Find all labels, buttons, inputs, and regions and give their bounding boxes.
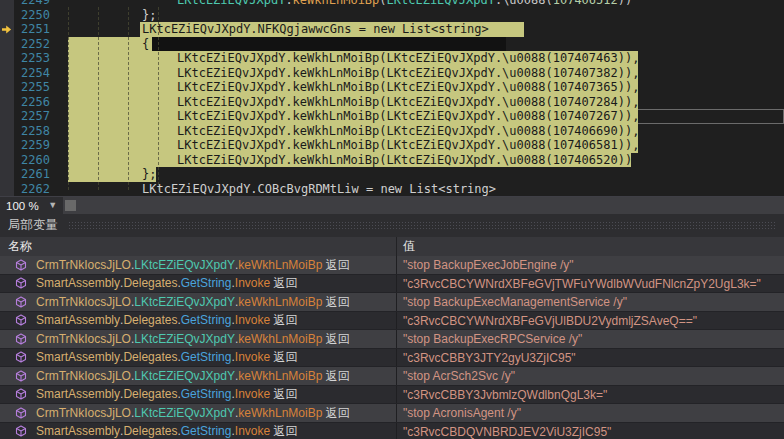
table-row[interactable]: CrmTrNkIocsJjLO.LKtcEZiEQvJXpdY.keWkhLnM…: [0, 367, 784, 386]
value-cell[interactable]: "c3RvcCBDQVNBRDJEV2ViU3ZjIC95": [397, 423, 784, 439]
name-cell[interactable]: SmartAssembly.Delegates.GetString.Invoke…: [0, 349, 397, 367]
code-line-content[interactable]: LKtcEZiEQvJXpdY.keWkhLnMoiBp(LKtcEZiEQvJ…: [62, 153, 784, 168]
breakpoint-margin[interactable]: [0, 109, 14, 124]
breakpoint-margin[interactable]: [0, 37, 14, 52]
code-line-content[interactable]: LKtcEZiEQvJXpdY.keWkhLnMoiBp(LKtcEZiEQvJ…: [62, 51, 784, 66]
table-row[interactable]: SmartAssembly.Delegates.GetString.Invoke…: [0, 386, 784, 405]
titlebar-grip[interactable]: [68, 221, 776, 230]
editor-line[interactable]: 2251LKtcEZiEQvJXpdY.NFKQgjawwcGns = new …: [0, 22, 784, 37]
table-row[interactable]: SmartAssembly.Delegates.GetString.Invoke…: [0, 312, 784, 331]
code-line-content[interactable]: };: [62, 8, 784, 23]
editor-line[interactable]: 2256LKtcEZiEQvJXpdY.keWkhLnMoiBp(LKtcEZi…: [0, 95, 784, 110]
code-editor[interactable]: 2249LKtcEZiEQvJXpdY.keWkhLnMoiBp(LKtcEZi…: [0, 0, 784, 196]
editor-line[interactable]: 2250};: [0, 8, 784, 23]
zoom-level-value[interactable]: 100 %: [0, 200, 45, 212]
value-cell[interactable]: "stop BackupExecRPCService /y": [397, 330, 784, 348]
name-cell[interactable]: SmartAssembly.Delegates.GetString.Invoke…: [0, 386, 397, 404]
name-cell[interactable]: SmartAssembly.Delegates.GetString.Invoke…: [0, 275, 397, 293]
breakpoint-margin[interactable]: [0, 182, 14, 197]
name-cell[interactable]: SmartAssembly.Delegates.GetString.Invoke…: [0, 423, 397, 439]
breakpoint-margin[interactable]: [0, 124, 14, 139]
breakpoint-margin[interactable]: [0, 95, 14, 110]
value-cell[interactable]: "stop AcrSch2Svc /y": [397, 367, 784, 385]
breakpoint-margin[interactable]: [0, 22, 14, 37]
name-cell[interactable]: CrmTrNkIocsJjLO.LKtcEZiEQvJXpdY.keWkhLnM…: [0, 293, 397, 311]
code-text: LKtcEZiEQvJXpdY.keWkhLnMoiBp(LKtcEZiEQvJ…: [177, 138, 639, 153]
table-row[interactable]: SmartAssembly.Delegates.GetString.Invoke…: [0, 349, 784, 368]
value-cell[interactable]: "stop BackupExecManagementService /y": [397, 293, 784, 311]
method-icon: [15, 314, 27, 326]
code-line-content[interactable]: };: [62, 167, 784, 182]
debugger-window: 2249LKtcEZiEQvJXpdY.keWkhLnMoiBp(LKtcEZi…: [0, 0, 784, 439]
locals-grid-header: 名称 值: [0, 237, 784, 256]
table-row[interactable]: CrmTrNkIocsJjLO.LKtcEZiEQvJXpdY.keWkhLnM…: [0, 293, 784, 312]
value-cell[interactable]: "c3RvcCBBY3JvbmlzQWdlbnQgL3k=": [397, 386, 784, 404]
method-icon: [15, 425, 27, 437]
name-cell[interactable]: CrmTrNkIocsJjLO.LKtcEZiEQvJXpdY.keWkhLnM…: [0, 330, 397, 348]
chevron-down-icon[interactable]: ▼: [45, 197, 61, 214]
line-number: 2251: [14, 22, 62, 37]
current-line-border: [638, 109, 784, 124]
code-text: {: [142, 37, 149, 52]
editor-line[interactable]: 2261};: [0, 167, 784, 182]
locals-panel-titlebar[interactable]: 局部变量: [0, 214, 784, 237]
scrollbar-thumb[interactable]: [65, 200, 76, 211]
code-line-content[interactable]: LKtcEZiEQvJXpdY.keWkhLnMoiBp(LKtcEZiEQvJ…: [62, 80, 784, 95]
breakpoint-margin[interactable]: [0, 153, 14, 168]
table-row[interactable]: SmartAssembly.Delegates.GetString.Invoke…: [0, 275, 784, 294]
editor-line[interactable]: 2253LKtcEZiEQvJXpdY.keWkhLnMoiBp(LKtcEZi…: [0, 51, 784, 66]
code-line-content[interactable]: LKtcEZiEQvJXpdY.keWkhLnMoiBp(LKtcEZiEQvJ…: [62, 138, 784, 153]
column-header-value[interactable]: 值: [397, 237, 784, 256]
name-cell[interactable]: CrmTrNkIocsJjLO.LKtcEZiEQvJXpdY.keWkhLnM…: [0, 256, 397, 274]
value-cell[interactable]: "c3RvcCBBY3JTY2gyU3ZjIC95": [397, 349, 784, 367]
name-cell[interactable]: CrmTrNkIocsJjLO.LKtcEZiEQvJXpdY.keWkhLnM…: [0, 367, 397, 385]
breakpoint-margin[interactable]: [0, 138, 14, 153]
code-line-content[interactable]: LKtcEZiEQvJXpdY.COBcBvgRDMtLiw = new Lis…: [62, 182, 784, 197]
method-icon: [15, 388, 27, 400]
method-icon: [15, 277, 27, 289]
value-cell[interactable]: "c3RvcCBCYWNrdXBFeGVjTWFuYWdlbWVudFNlcnZ…: [397, 275, 784, 293]
code-line-content[interactable]: LKtcEZiEQvJXpdY.keWkhLnMoiBp(LKtcEZiEQvJ…: [62, 109, 784, 124]
code-text: LKtcEZiEQvJXpdY.keWkhLnMoiBp(LKtcEZiEQvJ…: [177, 109, 639, 124]
zoom-select[interactable]: 100 % ▼: [0, 197, 61, 214]
line-number: 2260: [14, 153, 62, 168]
value-cell[interactable]: "stop BackupExecJobEngine /y": [397, 256, 784, 274]
editor-line[interactable]: 2257LKtcEZiEQvJXpdY.keWkhLnMoiBp(LKtcEZi…: [0, 109, 784, 124]
code-text: };: [142, 167, 156, 182]
code-line-content[interactable]: LKtcEZiEQvJXpdY.keWkhLnMoiBp(LKtcEZiEQvJ…: [62, 66, 784, 81]
line-number: 2250: [14, 8, 62, 23]
table-row[interactable]: SmartAssembly.Delegates.GetString.Invoke…: [0, 423, 784, 439]
indent-guide: [98, 7, 99, 190]
editor-line[interactable]: 2260LKtcEZiEQvJXpdY.keWkhLnMoiBp(LKtcEZi…: [0, 153, 784, 168]
table-row[interactable]: CrmTrNkIocsJjLO.LKtcEZiEQvJXpdY.keWkhLnM…: [0, 256, 784, 275]
code-text: LKtcEZiEQvJXpdY.NFKQgjawwcGns = new List…: [142, 22, 489, 37]
editor-line[interactable]: 2259LKtcEZiEQvJXpdY.keWkhLnMoiBp(LKtcEZi…: [0, 138, 784, 153]
breakpoint-margin[interactable]: [0, 0, 14, 8]
breakpoint-margin[interactable]: [0, 66, 14, 81]
breakpoint-margin[interactable]: [0, 80, 14, 95]
editor-line[interactable]: 2249LKtcEZiEQvJXpdY.keWkhLnMoiBp(LKtcEZi…: [0, 0, 784, 8]
table-row[interactable]: CrmTrNkIocsJjLO.LKtcEZiEQvJXpdY.keWkhLnM…: [0, 330, 784, 349]
code-text: LKtcEZiEQvJXpdY.keWkhLnMoiBp(LKtcEZiEQvJ…: [177, 95, 639, 110]
name-cell[interactable]: CrmTrNkIocsJjLO.LKtcEZiEQvJXpdY.keWkhLnM…: [0, 404, 397, 422]
editor-line[interactable]: 2252{: [0, 37, 784, 52]
name-cell[interactable]: SmartAssembly.Delegates.GetString.Invoke…: [0, 312, 397, 330]
code-line-content[interactable]: LKtcEZiEQvJXpdY.keWkhLnMoiBp(LKtcEZiEQvJ…: [62, 0, 784, 8]
code-line-content[interactable]: {: [62, 37, 784, 52]
value-cell[interactable]: "c3RvcCBCYWNrdXBFeGVjUlBDU2VydmljZSAveQ=…: [397, 312, 784, 330]
table-row[interactable]: CrmTrNkIocsJjLO.LKtcEZiEQvJXpdY.keWkhLnM…: [0, 404, 784, 423]
column-header-name[interactable]: 名称: [0, 237, 397, 256]
breakpoint-margin[interactable]: [0, 51, 14, 66]
editor-line[interactable]: 2258LKtcEZiEQvJXpdY.keWkhLnMoiBp(LKtcEZi…: [0, 124, 784, 139]
code-line-content[interactable]: LKtcEZiEQvJXpdY.keWkhLnMoiBp(LKtcEZiEQvJ…: [62, 124, 784, 139]
breakpoint-margin[interactable]: [0, 8, 14, 23]
editor-line[interactable]: 2262LKtcEZiEQvJXpdY.COBcBvgRDMtLiw = new…: [0, 182, 784, 197]
dark-band: [152, 37, 506, 52]
editor-line[interactable]: 2255LKtcEZiEQvJXpdY.keWkhLnMoiBp(LKtcEZi…: [0, 80, 784, 95]
code-line-content[interactable]: LKtcEZiEQvJXpdY.keWkhLnMoiBp(LKtcEZiEQvJ…: [62, 95, 784, 110]
code-line-content[interactable]: LKtcEZiEQvJXpdY.NFKQgjawwcGns = new List…: [62, 22, 784, 37]
horizontal-scrollbar[interactable]: [63, 197, 784, 214]
editor-line[interactable]: 2254LKtcEZiEQvJXpdY.keWkhLnMoiBp(LKtcEZi…: [0, 66, 784, 81]
breakpoint-margin[interactable]: [0, 167, 14, 182]
value-cell[interactable]: "stop AcronisAgent /y": [397, 404, 784, 422]
